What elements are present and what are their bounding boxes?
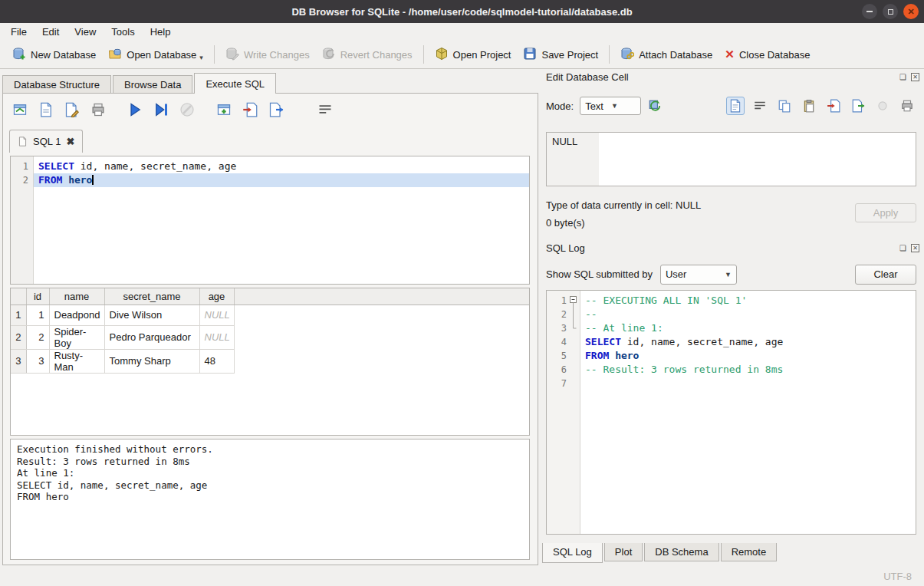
tab-execute-sql[interactable]: Execute SQL <box>194 73 276 94</box>
maximize-button[interactable] <box>883 4 898 19</box>
export-cell-button[interactable] <box>849 97 867 115</box>
open-database-dropdown[interactable]: ▾ <box>199 54 203 63</box>
new-database-button[interactable]: New Database <box>6 44 102 66</box>
print-sql-button[interactable] <box>89 100 107 119</box>
editor-code-area[interactable]: SELECT id, name, secret_name, age FROM h… <box>34 156 529 284</box>
clear-log-button[interactable]: Clear <box>855 265 916 285</box>
close-panel-icon[interactable]: ✕ <box>911 244 919 252</box>
cell-age[interactable]: NULL <box>199 305 234 325</box>
tab-database-structure[interactable]: Database Structure <box>2 75 111 94</box>
submitted-by-select[interactable]: User ▼ <box>660 265 737 285</box>
set-null-icon <box>876 99 889 113</box>
sql-log-view[interactable]: 1 2 3 4 5 6 7 -- EXECUTING ALL IN 'SQL 1… <box>546 290 916 535</box>
log-line: -- EXECUTING ALL IN 'SQL 1' <box>580 294 916 308</box>
close-sql-tab-icon[interactable]: ✖ <box>66 136 74 147</box>
tab-browse-data[interactable]: Browse Data <box>113 75 192 94</box>
close-panel-icon[interactable]: ✕ <box>911 73 919 81</box>
minimize-icon <box>866 11 873 12</box>
menu-edit[interactable]: Edit <box>35 25 67 39</box>
cell-age[interactable]: NULL <box>199 325 234 349</box>
filter-label: Show SQL submitted by <box>546 268 653 280</box>
menu-file[interactable]: File <box>3 25 35 39</box>
tab-sql-log[interactable]: SQL Log <box>542 543 603 563</box>
minimize-button[interactable] <box>862 4 877 19</box>
copy-cell-button[interactable] <box>775 97 794 115</box>
text-view-button[interactable] <box>726 97 745 115</box>
log-line <box>580 377 916 390</box>
log-line: -- <box>580 308 916 321</box>
column-header-secret-name[interactable]: secret_name <box>104 288 199 305</box>
print-sql-icon <box>90 102 106 117</box>
fold-marker-icon[interactable] <box>567 294 579 308</box>
results-grid[interactable]: id name secret_name age 1 1 Deadpond Div… <box>10 288 530 436</box>
window-title: DB Browser for SQLite - /home/user/code/… <box>291 6 632 18</box>
word-wrap-icon <box>317 102 333 117</box>
execute-all-button[interactable] <box>126 100 144 119</box>
cell-name[interactable]: Deadpond <box>49 305 104 325</box>
open-sql-file-button[interactable] <box>11 100 29 119</box>
column-header-id[interactable]: id <box>26 288 49 305</box>
menu-view[interactable]: View <box>67 25 104 39</box>
editor-line-numbers: 1 2 <box>11 156 34 284</box>
column-header-name[interactable]: name <box>49 288 104 305</box>
save-sql-file-button[interactable] <box>37 100 55 119</box>
menu-tools[interactable]: Tools <box>104 25 142 39</box>
cell-age[interactable]: 48 <box>199 349 234 373</box>
menu-help[interactable]: Help <box>143 25 179 39</box>
log-line-numbers: 1 2 3 4 5 6 7 <box>547 291 580 534</box>
new-sql-tab-button[interactable] <box>215 100 233 119</box>
column-header-age[interactable]: age <box>199 288 234 305</box>
close-button[interactable]: ✕ <box>903 4 919 19</box>
save-sql-as-button[interactable] <box>63 100 81 119</box>
export-icon <box>851 99 865 113</box>
open-project-button[interactable]: Open Project <box>429 44 518 66</box>
tab-remote[interactable]: Remote <box>721 543 778 561</box>
mode-select[interactable]: Text ▼ <box>580 97 641 115</box>
print-cell-button[interactable] <box>898 97 916 115</box>
tab-plot[interactable]: Plot <box>604 543 643 561</box>
export-sql-button[interactable] <box>267 100 285 119</box>
code-line-current: FROM hero <box>34 173 529 187</box>
encoding-indicator[interactable]: UTF-8 <box>883 571 912 582</box>
revert-changes-button: Revert Changes <box>316 44 419 66</box>
sql-log-title: SQL Log <box>546 242 585 254</box>
table-row[interactable]: 2 2 Spider-Boy Pedro Parqueador NULL <box>11 325 530 349</box>
open-sql-file-icon <box>12 102 28 117</box>
cell-type-info: Type of data currently in cell: NULL <box>546 199 701 211</box>
cell-id[interactable]: 3 <box>26 349 49 373</box>
cell-name[interactable]: Spider-Boy <box>49 325 104 349</box>
revert-changes-icon <box>322 47 336 63</box>
sql-editor[interactable]: 1 2 SELECT id, name, secret_name, age FR… <box>10 156 530 285</box>
word-wrap-button[interactable] <box>751 97 769 115</box>
attach-database-button[interactable]: Attach Database <box>614 44 718 66</box>
table-row[interactable]: 1 1 Deadpond Dive Wilson NULL <box>11 305 530 325</box>
float-panel-icon[interactable]: ❏ <box>899 244 907 252</box>
execute-current-line-button[interactable] <box>152 100 170 119</box>
cell-editor[interactable]: NULL <box>546 132 916 186</box>
paste-cell-button[interactable] <box>800 97 818 115</box>
sql-log-panel-controls: ❏ ✕ <box>899 244 919 252</box>
sql-editor-tab[interactable]: SQL 1 ✖ <box>9 130 83 153</box>
tab-db-schema[interactable]: DB Schema <box>644 543 718 561</box>
import-cell-button[interactable] <box>824 97 843 115</box>
cell-secret-name[interactable]: Dive Wilson <box>104 305 199 325</box>
close-database-button[interactable]: ✕ Close Database <box>718 45 816 64</box>
message-line: At line 1: <box>17 467 523 479</box>
table-row[interactable]: 3 3 Rusty-Man Tommy Sharp 48 <box>11 349 530 373</box>
open-database-button[interactable]: Open Database ▾ <box>102 44 209 66</box>
cell-id[interactable]: 1 <box>26 305 49 325</box>
message-line: Execution finished without errors. <box>17 443 523 456</box>
stop-execution-button <box>178 100 196 119</box>
save-project-icon <box>523 47 537 63</box>
cell-secret-name[interactable]: Tommy Sharp <box>104 349 199 373</box>
float-panel-icon[interactable]: ❏ <box>899 73 907 81</box>
cell-id[interactable]: 2 <box>26 325 49 349</box>
chevron-down-icon: ▼ <box>725 271 732 278</box>
cell-name[interactable]: Rusty-Man <box>49 349 104 373</box>
execute-current-line-icon <box>153 102 169 117</box>
cell-secret-name[interactable]: Pedro Parqueador <box>104 325 199 349</box>
save-project-button[interactable]: Save Project <box>517 44 604 66</box>
auto-mode-button[interactable] <box>646 97 664 115</box>
word-wrap-button[interactable] <box>316 100 334 119</box>
import-sql-button[interactable] <box>241 100 259 119</box>
